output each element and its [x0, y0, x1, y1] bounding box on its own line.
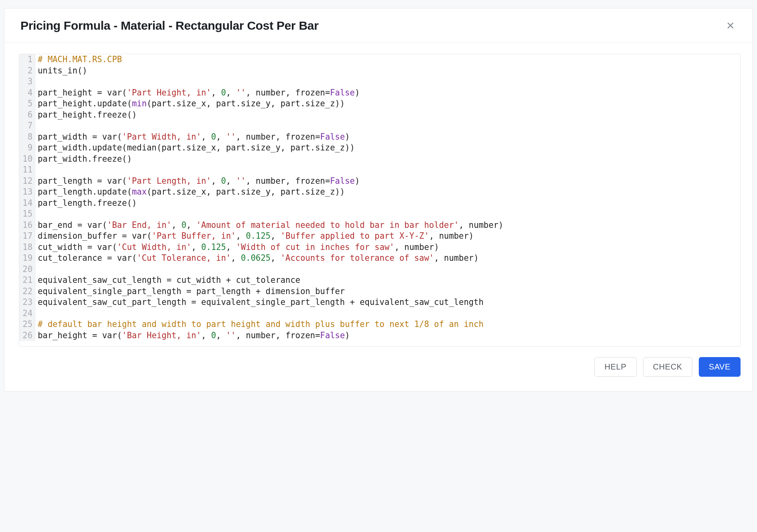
code-line[interactable]: 4part_height = var('Part Height, in', 0,… — [19, 87, 740, 99]
code-line[interactable]: 13part_length.update(max(part.size_x, pa… — [19, 187, 740, 198]
line-number: 26 — [19, 330, 35, 341]
line-number: 19 — [19, 253, 35, 264]
code-line[interactable]: 12part_length = var('Part Length, in', 0… — [19, 176, 740, 187]
line-number: 24 — [19, 308, 35, 319]
code-line[interactable]: 3 — [19, 76, 740, 87]
code-cell[interactable]: part_height.update(min(part.size_x, part… — [35, 98, 345, 110]
line-number: 12 — [19, 176, 35, 187]
code-cell[interactable]: part_length = var('Part Length, in', 0, … — [35, 176, 360, 187]
code-cell[interactable]: # default bar height and width to part h… — [35, 319, 484, 330]
line-number: 25 — [19, 319, 35, 330]
line-number: 3 — [19, 76, 35, 87]
line-number: 14 — [19, 198, 35, 209]
code-editor[interactable]: 1# MACH.MAT.RS.CPB2units_in()3 4part_hei… — [19, 54, 741, 347]
code-line[interactable]: 24 — [19, 308, 740, 319]
line-number: 6 — [19, 110, 35, 121]
line-number: 4 — [19, 87, 35, 99]
code-cell[interactable] — [35, 120, 43, 132]
modal-body: 1# MACH.MAT.RS.CPB2units_in()3 4part_hei… — [4, 43, 753, 347]
code-cell[interactable]: bar_height = var('Bar Height, in', 0, ''… — [35, 330, 350, 341]
line-number: 11 — [19, 164, 35, 176]
modal-header: Pricing Formula - Material - Rectangular… — [4, 8, 753, 43]
code-line[interactable]: 6part_height.freeze() — [19, 110, 740, 121]
code-line[interactable]: 11 — [19, 164, 740, 176]
modal-footer: HELP CHECK SAVE — [4, 347, 753, 391]
code-cell[interactable]: part_width = var('Part Width, in', 0, ''… — [35, 132, 350, 143]
line-number: 21 — [19, 275, 35, 286]
code-cell[interactable]: part_length.update(max(part.size_x, part… — [35, 187, 345, 198]
code-line[interactable]: 15 — [19, 209, 740, 220]
code-cell[interactable]: part_width.freeze() — [35, 154, 132, 165]
code-editor-scroll[interactable]: 1# MACH.MAT.RS.CPB2units_in()3 4part_hei… — [19, 54, 740, 346]
code-cell[interactable]: bar_end = var('Bar End, in', 0, 'Amount … — [35, 220, 503, 231]
code-line[interactable]: 7 — [19, 120, 740, 132]
code-cell[interactable]: cut_tolerance = var('Cut Tolerance, in',… — [35, 253, 478, 264]
code-cell[interactable]: part_height = var('Part Height, in', 0, … — [35, 87, 360, 99]
save-button[interactable]: SAVE — [699, 357, 741, 377]
code-cell[interactable]: equivalent_saw_cut_length = cut_width + … — [35, 275, 300, 286]
code-cell[interactable]: cut_width = var('Cut Width, in', 0.125, … — [35, 242, 439, 253]
code-line[interactable]: 14part_length.freeze() — [19, 198, 740, 209]
code-line[interactable]: 17dimension_buffer = var('Part Buffer, i… — [19, 231, 740, 242]
code-line[interactable]: 21equivalent_saw_cut_length = cut_width … — [19, 275, 740, 286]
line-number: 8 — [19, 132, 35, 143]
line-number: 2 — [19, 65, 35, 77]
code-cell[interactable]: part_length.freeze() — [35, 198, 137, 209]
line-number: 20 — [19, 264, 35, 275]
code-line[interactable]: 25# default bar height and width to part… — [19, 319, 740, 330]
code-line[interactable]: 23equivalent_saw_cut_part_length = equiv… — [19, 297, 740, 308]
code-line[interactable]: 8part_width = var('Part Width, in', 0, '… — [19, 132, 740, 143]
close-icon[interactable]: ✕ — [724, 19, 737, 32]
line-number: 16 — [19, 220, 35, 231]
line-number: 1 — [19, 54, 35, 65]
code-line[interactable]: 20 — [19, 264, 740, 275]
code-line[interactable]: 26bar_height = var('Bar Height, in', 0, … — [19, 330, 740, 341]
line-number: 13 — [19, 187, 35, 198]
code-cell[interactable] — [35, 164, 43, 176]
code-cell[interactable] — [35, 76, 43, 87]
formula-editor-modal: Pricing Formula - Material - Rectangular… — [4, 8, 753, 392]
line-number: 23 — [19, 297, 35, 308]
code-line[interactable]: 10part_width.freeze() — [19, 154, 740, 165]
code-line[interactable]: 16bar_end = var('Bar End, in', 0, 'Amoun… — [19, 220, 740, 231]
line-number: 18 — [19, 242, 35, 253]
code-cell[interactable]: part_height.freeze() — [35, 110, 137, 121]
line-number: 15 — [19, 209, 35, 220]
line-number: 17 — [19, 231, 35, 242]
line-number: 22 — [19, 286, 35, 297]
code-line[interactable]: 1# MACH.MAT.RS.CPB — [19, 54, 740, 65]
help-button[interactable]: HELP — [594, 357, 637, 377]
code-line[interactable]: 2units_in() — [19, 65, 740, 77]
code-cell[interactable] — [35, 264, 43, 275]
line-number: 7 — [19, 120, 35, 132]
line-number: 9 — [19, 142, 35, 154]
code-cell[interactable]: units_in() — [35, 65, 87, 77]
code-cell[interactable]: dimension_buffer = var('Part Buffer, in'… — [35, 231, 474, 242]
modal-title: Pricing Formula - Material - Rectangular… — [20, 19, 319, 32]
code-cell[interactable]: part_width.update(median(part.size_x, pa… — [35, 142, 355, 154]
code-cell[interactable]: # MACH.MAT.RS.CPB — [35, 54, 122, 65]
code-line[interactable]: 22equivalent_single_part_length = part_l… — [19, 286, 740, 297]
line-number: 5 — [19, 98, 35, 110]
code-line[interactable]: 9part_width.update(median(part.size_x, p… — [19, 142, 740, 154]
code-line[interactable]: 18cut_width = var('Cut Width, in', 0.125… — [19, 242, 740, 253]
code-cell[interactable] — [35, 308, 43, 319]
code-line[interactable]: 19cut_tolerance = var('Cut Tolerance, in… — [19, 253, 740, 264]
code-cell[interactable]: equivalent_single_part_length = part_len… — [35, 286, 345, 297]
code-cell[interactable]: equivalent_saw_cut_part_length = equival… — [35, 297, 484, 308]
code-line[interactable]: 5part_height.update(min(part.size_x, par… — [19, 98, 740, 110]
code-cell[interactable] — [35, 209, 43, 220]
line-number: 10 — [19, 154, 35, 165]
check-button[interactable]: CHECK — [643, 357, 692, 377]
